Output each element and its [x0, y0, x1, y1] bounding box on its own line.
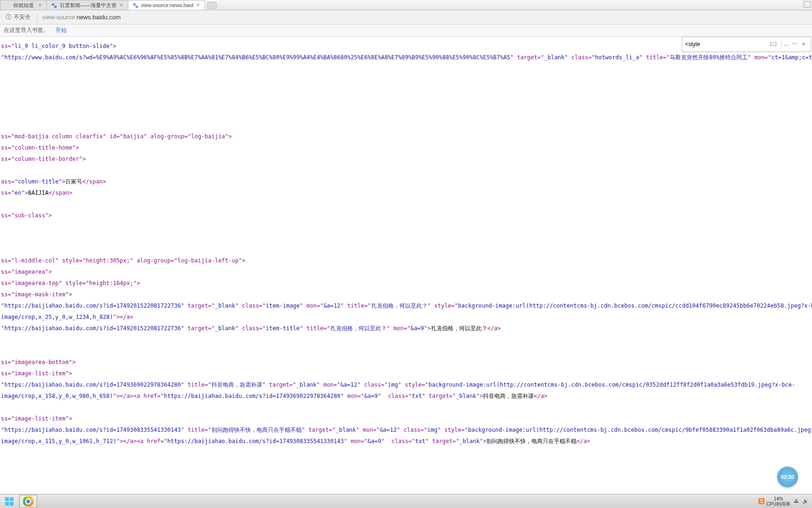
find-input[interactable] [685, 41, 766, 48]
view-source-content[interactable]: ss="li_9 li_color_9 button-slide"> "http… [0, 37, 812, 498]
browser-tab-active[interactable]: 🐾 view-source:news.baid × [128, 0, 205, 10]
close-icon[interactable]: × [195, 2, 201, 8]
svg-rect-1 [10, 497, 14, 501]
taskbar-chrome-icon[interactable] [19, 495, 37, 508]
tab-favicon [4, 2, 11, 8]
svg-point-8 [26, 500, 30, 503]
divider [37, 13, 38, 22]
svg-rect-0 [5, 497, 9, 501]
clock-widget[interactable]: 02:30 [777, 467, 798, 487]
url-input[interactable]: view-source:news.baidu.com [40, 14, 810, 21]
close-icon[interactable]: × [118, 2, 124, 8]
security-warning[interactable]: ⓘ 不安全 [2, 13, 34, 21]
start-button[interactable] [0, 494, 19, 508]
tab-title: 百度新闻——海量中文资 [60, 2, 117, 9]
security-label: 不安全 [14, 13, 31, 21]
new-tab-button[interactable] [207, 2, 217, 9]
address-bar: ⓘ 不安全 view-source:news.baidu.com [0, 10, 812, 24]
taskbar: S 14%CPU利用率 🖧 🔊 [0, 494, 812, 508]
bookmarks-bar: 在这里导入书签。 开始 [0, 24, 812, 37]
find-count: 1/2 [769, 41, 777, 48]
tab-title: view-source:news.baid [141, 2, 193, 8]
url-prefix: view-source: [42, 14, 77, 21]
close-icon[interactable]: × [799, 41, 808, 48]
find-next-icon[interactable]: ﹀ [791, 40, 799, 48]
browser-tab[interactable]: 你就知道 × [0, 0, 47, 10]
find-in-page-bar: 1/2 ︿ ﹀ × [682, 37, 811, 52]
bookmark-hint: 在这里导入书签。 [4, 26, 49, 34]
svg-rect-2 [5, 502, 9, 506]
browser-tab[interactable]: 🐾 百度新闻——海量中文资 × [47, 0, 128, 10]
close-icon[interactable]: × [37, 2, 43, 8]
tray-volume-icon[interactable]: 🔊 [803, 499, 808, 504]
info-icon: ⓘ [6, 13, 11, 21]
window-minimize-icon[interactable] [804, 1, 811, 8]
bookmark-start[interactable]: 开始 [55, 26, 67, 34]
find-prev-icon[interactable]: ︿ [782, 40, 791, 48]
url-host: news.baidu.com [77, 14, 121, 21]
tab-favicon: 🐾 [132, 2, 139, 8]
system-tray: S 14%CPU利用率 🖧 🔊 [758, 496, 812, 507]
tab-title: 你就知道 [13, 2, 35, 9]
tab-favicon: 🐾 [51, 2, 57, 8]
tray-network-icon[interactable]: 🖧 [794, 499, 799, 504]
browser-tabs-bar: 你就知道 × 🐾 百度新闻——海量中文资 × 🐾 view-source:new… [0, 0, 812, 10]
tray-ime-icon[interactable]: S [758, 498, 765, 504]
divider [781, 40, 781, 48]
tray-cpu[interactable]: 14%CPU利用率 [766, 496, 790, 507]
svg-rect-3 [10, 502, 14, 506]
